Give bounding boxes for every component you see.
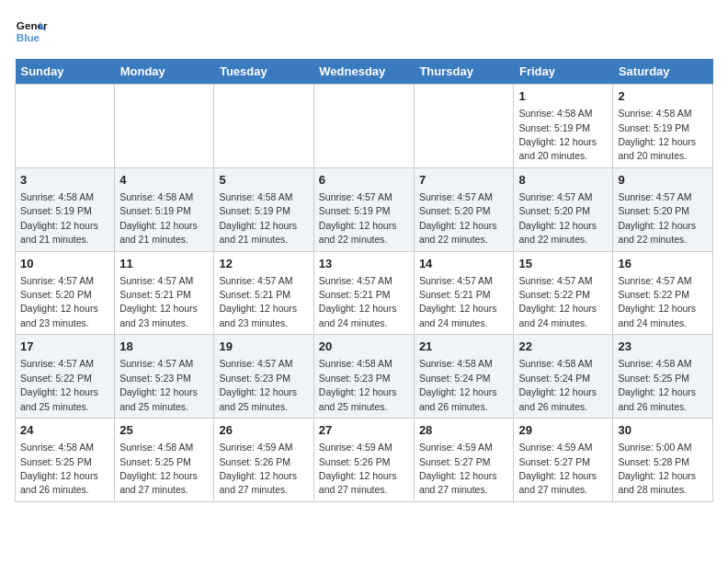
calendar-cell <box>313 85 414 168</box>
day-number: 12 <box>219 256 308 272</box>
week-row-5: 24Sunrise: 4:58 AM Sunset: 5:25 PM Dayli… <box>16 419 713 502</box>
day-info: Sunrise: 4:57 AM Sunset: 5:20 PM Dayligh… <box>518 191 597 245</box>
week-row-3: 10Sunrise: 4:57 AM Sunset: 5:20 PM Dayli… <box>16 251 713 335</box>
calendar-cell: 14Sunrise: 4:57 AM Sunset: 5:21 PM Dayli… <box>414 251 514 335</box>
calendar-cell: 27Sunrise: 4:59 AM Sunset: 5:26 PM Dayli… <box>313 419 414 502</box>
weekday-header-saturday: Saturday <box>613 59 713 85</box>
calendar-cell: 5Sunrise: 4:58 AM Sunset: 5:19 PM Daylig… <box>214 167 313 251</box>
day-info: Sunrise: 4:57 AM Sunset: 5:23 PM Dayligh… <box>119 358 198 411</box>
day-info: Sunrise: 4:58 AM Sunset: 5:24 PM Dayligh… <box>419 358 497 411</box>
day-number: 27 <box>319 422 409 439</box>
day-info: Sunrise: 4:59 AM Sunset: 5:27 PM Dayligh… <box>419 442 497 495</box>
calendar-cell: 24Sunrise: 4:58 AM Sunset: 5:25 PM Dayli… <box>16 419 115 502</box>
calendar-header: SundayMondayTuesdayWednesdayThursdayFrid… <box>16 59 713 85</box>
day-info: Sunrise: 4:57 AM Sunset: 5:21 PM Dayligh… <box>319 275 397 328</box>
calendar-body: 1Sunrise: 4:58 AM Sunset: 5:19 PM Daylig… <box>16 85 713 502</box>
calendar-cell: 15Sunrise: 4:57 AM Sunset: 5:22 PM Dayli… <box>514 251 613 335</box>
day-info: Sunrise: 4:57 AM Sunset: 5:23 PM Dayligh… <box>219 358 297 411</box>
day-number: 22 <box>518 339 608 355</box>
day-number: 23 <box>618 339 708 355</box>
day-number: 20 <box>319 339 409 355</box>
day-info: Sunrise: 4:58 AM Sunset: 5:19 PM Dayligh… <box>518 108 597 161</box>
day-number: 9 <box>618 172 708 189</box>
weekday-header-monday: Monday <box>115 59 214 85</box>
calendar-cell: 28Sunrise: 4:59 AM Sunset: 5:27 PM Dayli… <box>414 419 514 502</box>
day-number: 15 <box>518 256 608 272</box>
day-info: Sunrise: 4:57 AM Sunset: 5:19 PM Dayligh… <box>319 191 397 245</box>
calendar-cell: 30Sunrise: 5:00 AM Sunset: 5:28 PM Dayli… <box>613 419 713 502</box>
day-number: 28 <box>419 422 509 439</box>
day-number: 2 <box>618 88 708 105</box>
weekday-header-sunday: Sunday <box>16 59 115 85</box>
calendar-table: SundayMondayTuesdayWednesdayThursdayFrid… <box>15 59 713 502</box>
calendar-cell: 13Sunrise: 4:57 AM Sunset: 5:21 PM Dayli… <box>313 251 414 335</box>
day-number: 17 <box>20 339 109 355</box>
calendar-cell: 29Sunrise: 4:59 AM Sunset: 5:27 PM Dayli… <box>514 419 613 502</box>
day-number: 24 <box>20 422 109 439</box>
day-info: Sunrise: 4:58 AM Sunset: 5:24 PM Dayligh… <box>518 358 597 411</box>
calendar-cell <box>214 85 313 168</box>
logo-icon: General Blue <box>15 15 48 48</box>
calendar-cell: 4Sunrise: 4:58 AM Sunset: 5:19 PM Daylig… <box>115 167 214 251</box>
calendar-cell: 10Sunrise: 4:57 AM Sunset: 5:20 PM Dayli… <box>16 251 115 335</box>
day-info: Sunrise: 4:57 AM Sunset: 5:22 PM Dayligh… <box>20 358 98 411</box>
day-number: 6 <box>319 172 409 189</box>
calendar-cell <box>115 85 214 168</box>
calendar-cell: 6Sunrise: 4:57 AM Sunset: 5:19 PM Daylig… <box>313 167 414 251</box>
calendar-cell: 11Sunrise: 4:57 AM Sunset: 5:21 PM Dayli… <box>115 251 214 335</box>
day-number: 10 <box>20 256 109 272</box>
day-info: Sunrise: 4:58 AM Sunset: 5:23 PM Dayligh… <box>319 358 397 411</box>
calendar-cell <box>414 85 514 168</box>
logo: General Blue <box>15 15 48 48</box>
calendar-cell: 21Sunrise: 4:58 AM Sunset: 5:24 PM Dayli… <box>414 335 514 419</box>
day-info: Sunrise: 4:59 AM Sunset: 5:27 PM Dayligh… <box>518 442 597 495</box>
day-info: Sunrise: 4:57 AM Sunset: 5:20 PM Dayligh… <box>618 191 696 245</box>
day-info: Sunrise: 4:57 AM Sunset: 5:21 PM Dayligh… <box>219 275 297 328</box>
day-info: Sunrise: 4:58 AM Sunset: 5:19 PM Dayligh… <box>219 191 297 245</box>
calendar-cell: 16Sunrise: 4:57 AM Sunset: 5:22 PM Dayli… <box>613 251 713 335</box>
day-number: 29 <box>518 422 608 439</box>
calendar-cell: 18Sunrise: 4:57 AM Sunset: 5:23 PM Dayli… <box>115 335 214 419</box>
day-number: 7 <box>419 172 509 189</box>
day-number: 18 <box>119 339 209 355</box>
weekday-header-thursday: Thursday <box>414 59 514 85</box>
week-row-2: 3Sunrise: 4:58 AM Sunset: 5:19 PM Daylig… <box>16 167 713 251</box>
day-info: Sunrise: 4:58 AM Sunset: 5:25 PM Dayligh… <box>119 442 198 495</box>
day-number: 3 <box>20 172 109 189</box>
day-info: Sunrise: 4:57 AM Sunset: 5:21 PM Dayligh… <box>419 275 497 328</box>
week-row-4: 17Sunrise: 4:57 AM Sunset: 5:22 PM Dayli… <box>16 335 713 419</box>
day-info: Sunrise: 4:58 AM Sunset: 5:25 PM Dayligh… <box>20 442 98 495</box>
svg-text:Blue: Blue <box>17 31 40 43</box>
day-number: 14 <box>419 256 509 272</box>
calendar-cell: 19Sunrise: 4:57 AM Sunset: 5:23 PM Dayli… <box>214 335 313 419</box>
week-row-1: 1Sunrise: 4:58 AM Sunset: 5:19 PM Daylig… <box>16 85 713 168</box>
calendar-cell: 7Sunrise: 4:57 AM Sunset: 5:20 PM Daylig… <box>414 167 514 251</box>
day-info: Sunrise: 4:59 AM Sunset: 5:26 PM Dayligh… <box>319 442 397 495</box>
day-number: 21 <box>419 339 509 355</box>
day-number: 8 <box>518 172 608 189</box>
day-number: 19 <box>219 339 308 355</box>
day-info: Sunrise: 4:58 AM Sunset: 5:19 PM Dayligh… <box>618 108 696 161</box>
day-number: 13 <box>319 256 409 272</box>
calendar-cell: 22Sunrise: 4:58 AM Sunset: 5:24 PM Dayli… <box>514 335 613 419</box>
calendar-cell: 9Sunrise: 4:57 AM Sunset: 5:20 PM Daylig… <box>613 167 713 251</box>
weekday-header-friday: Friday <box>514 59 613 85</box>
day-info: Sunrise: 4:57 AM Sunset: 5:21 PM Dayligh… <box>119 275 198 328</box>
calendar-cell: 1Sunrise: 4:58 AM Sunset: 5:19 PM Daylig… <box>514 85 613 168</box>
day-info: Sunrise: 4:59 AM Sunset: 5:26 PM Dayligh… <box>219 442 297 495</box>
day-number: 30 <box>618 422 708 439</box>
calendar-cell: 17Sunrise: 4:57 AM Sunset: 5:22 PM Dayli… <box>16 335 115 419</box>
calendar-cell: 25Sunrise: 4:58 AM Sunset: 5:25 PM Dayli… <box>115 419 214 502</box>
calendar-cell <box>16 85 115 168</box>
calendar-cell: 3Sunrise: 4:58 AM Sunset: 5:19 PM Daylig… <box>16 167 115 251</box>
day-number: 4 <box>119 172 209 189</box>
day-number: 1 <box>518 88 608 105</box>
day-number: 26 <box>219 422 308 439</box>
day-info: Sunrise: 4:57 AM Sunset: 5:22 PM Dayligh… <box>518 275 597 328</box>
day-info: Sunrise: 4:57 AM Sunset: 5:20 PM Dayligh… <box>419 191 497 245</box>
calendar-cell: 23Sunrise: 4:58 AM Sunset: 5:25 PM Dayli… <box>613 335 713 419</box>
day-info: Sunrise: 4:57 AM Sunset: 5:20 PM Dayligh… <box>20 275 98 328</box>
calendar-cell: 12Sunrise: 4:57 AM Sunset: 5:21 PM Dayli… <box>214 251 313 335</box>
day-info: Sunrise: 4:58 AM Sunset: 5:19 PM Dayligh… <box>20 191 98 245</box>
calendar-cell: 20Sunrise: 4:58 AM Sunset: 5:23 PM Dayli… <box>313 335 414 419</box>
